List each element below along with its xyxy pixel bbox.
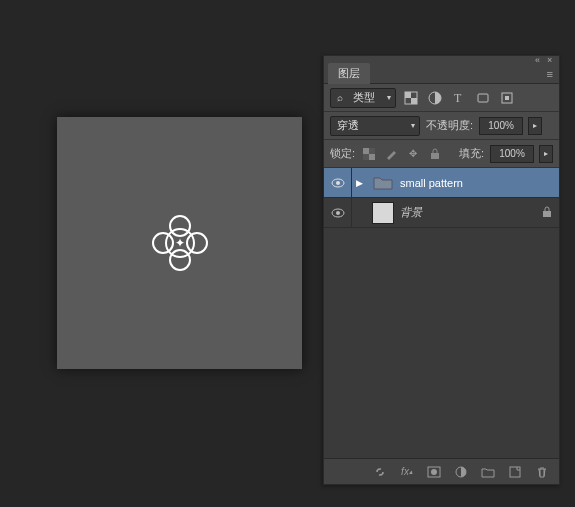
svg-text:T: T [454,91,462,105]
lock-icon [535,206,559,220]
svg-point-14 [336,181,340,185]
svg-rect-9 [369,154,375,160]
tab-layers[interactable]: 图层 [328,63,370,84]
opacity-value[interactable]: 100% [479,117,523,135]
svg-rect-12 [431,153,439,159]
lock-transparency-icon[interactable] [361,146,377,162]
lock-label: 锁定: [330,146,355,161]
chevron-down-icon: ▾ [387,93,391,102]
svg-rect-1 [405,92,411,98]
layer-name[interactable]: small pattern [400,177,535,189]
filter-pixel-icon[interactable] [402,89,420,107]
layer-list: ▶ small pattern 背景 [324,168,559,458]
adjustment-layer-icon[interactable] [452,463,470,481]
svg-rect-2 [411,98,417,104]
svg-rect-5 [478,94,488,102]
layer-style-icon[interactable]: fx▴ [398,463,416,481]
opacity-label: 不透明度: [426,118,473,133]
artwork-preview: ✦ [150,213,210,273]
blend-mode-value: 穿透 [337,118,359,133]
fill-slider-toggle[interactable]: ▸ [539,145,553,163]
folder-icon [372,172,394,194]
fill-label: 填充: [459,146,484,161]
svg-rect-17 [543,211,551,217]
filter-adjustment-icon[interactable] [426,89,444,107]
lock-pixels-icon[interactable] [383,146,399,162]
svg-rect-10 [369,148,375,154]
new-layer-icon[interactable] [506,463,524,481]
layer-thumbnail [372,202,394,224]
new-group-icon[interactable] [479,463,497,481]
link-layers-icon[interactable] [371,463,389,481]
filter-shape-icon[interactable] [474,89,492,107]
lock-position-icon[interactable]: ✥ [405,146,421,162]
layer-row[interactable]: 背景 [324,198,559,228]
blend-mode-dropdown[interactable]: 穿透 ▾ [330,116,420,136]
collapse-arrows-icon[interactable]: « [535,56,543,64]
svg-point-19 [431,469,437,475]
disclosure-triangle[interactable]: ▶ [352,178,366,188]
close-panel-icon[interactable]: × [547,56,555,64]
svg-rect-11 [363,154,369,160]
fill-value[interactable]: 100% [490,145,534,163]
layer-row[interactable]: ▶ small pattern [324,168,559,198]
svg-rect-7 [505,96,509,100]
svg-rect-21 [510,467,520,477]
panel-menu-icon[interactable]: ≡ [541,65,559,83]
filter-smart-icon[interactable] [498,89,516,107]
visibility-toggle[interactable] [324,168,352,197]
visibility-toggle[interactable] [324,198,352,227]
search-icon: ⌕ [337,92,343,103]
svg-point-16 [336,211,340,215]
svg-rect-8 [363,148,369,154]
filter-type-text-icon[interactable]: T [450,89,468,107]
lock-all-icon[interactable] [427,146,443,162]
layer-name[interactable]: 背景 [400,205,535,220]
filter-type-label: 类型 [353,90,375,105]
layer-mask-icon[interactable] [425,463,443,481]
chevron-down-icon: ▾ [411,121,415,130]
delete-layer-icon[interactable] [533,463,551,481]
layers-panel: « × 图层 ≡ ⌕ 类型 ▾ T 穿透 ▾ [323,55,560,485]
canvas-area: ✦ [57,117,302,369]
filter-type-dropdown[interactable]: ⌕ 类型 ▾ [330,88,396,108]
opacity-slider-toggle[interactable]: ▸ [528,117,542,135]
